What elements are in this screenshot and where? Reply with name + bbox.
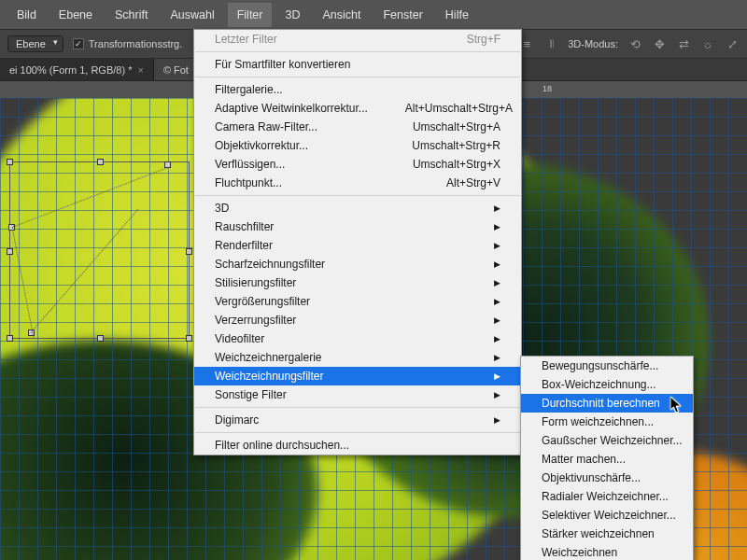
- submenu-item[interactable]: Matter machen...: [521, 450, 693, 469]
- filter-menu[interactable]: Letzter FilterStrg+FFür Smartfilter konv…: [193, 29, 522, 455]
- menu-item-label: Objektivkorrektur...: [215, 139, 308, 152]
- scale-icon[interactable]: ⤢: [725, 36, 740, 51]
- menubar-item-fenster[interactable]: Fenster: [374, 3, 431, 27]
- submenu-item-label: Durchschnitt berechnen: [542, 397, 660, 410]
- menu-item-label: Stilisierungsfilter: [215, 276, 296, 289]
- menu-item[interactable]: Sonstige Filter▶: [194, 385, 521, 404]
- submenu-item-label: Matter machen...: [542, 453, 626, 466]
- submenu-item[interactable]: Form weichzeichnen...: [521, 413, 693, 431]
- chevron-right-icon: ▶: [466, 278, 500, 287]
- submenu-item-label: Radialer Weichzeichner...: [542, 490, 669, 503]
- menubar-item-ansicht[interactable]: Ansicht: [313, 3, 370, 27]
- chevron-right-icon: ▶: [466, 222, 500, 231]
- menubar-item-filter[interactable]: Filter: [228, 3, 273, 27]
- chevron-right-icon: ▶: [466, 390, 500, 399]
- submenu-item-label: Stärker weichzeichnen: [542, 527, 655, 540]
- menu-item-label: Weichzeichnungsfilter: [215, 370, 324, 383]
- submenu-item[interactable]: Weichzeichnen: [521, 543, 693, 560]
- menu-item[interactable]: Weichzeichnergalerie▶: [194, 348, 521, 367]
- transform-label: Transformationsstrg.: [89, 38, 182, 49]
- orbit-icon[interactable]: ⟲: [627, 36, 642, 51]
- menubar: BildEbeneSchriftAuswahlFilter3DAnsichtFe…: [0, 0, 747, 29]
- pan-icon[interactable]: ✥: [652, 36, 667, 51]
- transform-controls-checkbox[interactable]: ✓: [73, 38, 84, 49]
- menu-item-label: Rauschfilter: [215, 220, 274, 233]
- menu-item[interactable]: Renderfilter▶: [194, 236, 521, 255]
- menu-item[interactable]: Filtergalerie...: [194, 80, 521, 99]
- layer-target-dropdown[interactable]: Ebene: [7, 35, 63, 52]
- menu-item[interactable]: Objektivkorrektur...Umschalt+Strg+R: [194, 136, 521, 155]
- menu-item-label: Für Smartfilter konvertieren: [215, 58, 350, 71]
- menu-item[interactable]: Verflüssigen...Umschalt+Strg+X: [194, 155, 521, 174]
- menu-separator: [195, 407, 520, 408]
- menu-item[interactable]: Fluchtpunkt...Alt+Strg+V: [194, 174, 521, 192]
- menu-shortcut: Alt+Umschalt+Strg+A: [405, 102, 513, 115]
- menu-item[interactable]: Camera Raw-Filter...Umschalt+Strg+A: [194, 118, 521, 136]
- gear-icon[interactable]: ☼: [700, 36, 715, 51]
- menu-item-label: Camera Raw-Filter...: [215, 120, 317, 133]
- submenu-item-label: Selektiver Weichzeichner...: [542, 509, 676, 522]
- menu-shortcut: Umschalt+Strg+X: [413, 158, 500, 171]
- ruler-mark: 18: [543, 84, 552, 93]
- menu-shortcut: Alt+Strg+V: [446, 176, 500, 189]
- menu-item[interactable]: 3D▶: [194, 199, 521, 217]
- chevron-right-icon: ▶: [466, 297, 500, 306]
- menubar-item-hilfe[interactable]: Hilfe: [436, 3, 478, 27]
- menu-item-label: Filter online durchsuchen...: [215, 439, 349, 452]
- chevron-right-icon: ▶: [466, 241, 500, 250]
- menu-separator: [195, 432, 520, 433]
- chevron-right-icon: ▶: [466, 203, 500, 213]
- menu-item-label: Renderfilter: [215, 239, 273, 252]
- weichzeichnungsfilter-submenu[interactable]: Bewegungsunschärfe...Box-Weichzeichnung.…: [520, 356, 694, 560]
- menu-separator: [195, 51, 520, 52]
- submenu-item[interactable]: Stärker weichzeichnen: [521, 525, 693, 543]
- menu-item-label: Videofilter: [215, 332, 264, 345]
- mouse-cursor: [670, 397, 684, 413]
- menubar-item-ebene[interactable]: Ebene: [49, 3, 102, 27]
- menu-item: Letzter FilterStrg+F: [194, 30, 521, 49]
- menu-item[interactable]: Videofilter▶: [194, 329, 521, 348]
- menu-shortcut: Umschalt+Strg+A: [413, 120, 500, 133]
- columns-icon[interactable]: ⦀: [543, 36, 558, 51]
- close-icon[interactable]: ×: [137, 64, 143, 76]
- menu-item[interactable]: Rauschfilter▶: [194, 217, 521, 236]
- menubar-item-schrift[interactable]: Schrift: [106, 3, 157, 27]
- submenu-item[interactable]: Selektiver Weichzeichner...: [521, 506, 693, 525]
- menu-item-label: Sonstige Filter: [215, 388, 287, 401]
- menu-item[interactable]: Filter online durchsuchen...: [194, 436, 521, 455]
- menu-item[interactable]: Stilisierungsfilter▶: [194, 273, 521, 292]
- menu-item-label: Scharfzeichnungsfilter: [215, 258, 325, 271]
- tab-label: ei 100% (Form 1, RGB/8) *: [9, 64, 132, 76]
- menu-item[interactable]: Adaptive Weitwinkelkorrektur...Alt+Umsch…: [194, 99, 521, 118]
- menubar-item-3d[interactable]: 3D: [275, 3, 309, 27]
- chevron-right-icon: ▶: [466, 353, 500, 362]
- chevron-right-icon: ▶: [466, 334, 500, 343]
- menu-item-label: Verzerrungsfilter: [215, 314, 296, 327]
- menu-item[interactable]: Vergrößerungsfilter▶: [194, 292, 521, 311]
- slide-icon[interactable]: ⇄: [676, 36, 691, 51]
- menubar-item-auswahl[interactable]: Auswahl: [161, 3, 223, 27]
- menu-item-label: Filtergalerie...: [215, 83, 283, 96]
- submenu-item[interactable]: Radialer Weichzeichner...: [521, 487, 693, 506]
- menu-item[interactable]: Weichzeichnungsfilter▶: [194, 367, 521, 385]
- menu-shortcut: Strg+F: [467, 33, 500, 46]
- submenu-item[interactable]: Objektivunschärfe...: [521, 469, 693, 487]
- submenu-item-label: Form weichzeichnen...: [542, 415, 654, 428]
- menu-item-label: Vergrößerungsfilter: [215, 295, 310, 308]
- menu-item[interactable]: Digimarc▶: [194, 411, 521, 429]
- transform-bounding-box[interactable]: [9, 161, 190, 339]
- menubar-item-bild[interactable]: Bild: [7, 3, 46, 27]
- submenu-item[interactable]: Box-Weichzeichnung...: [521, 375, 693, 394]
- document-tab[interactable]: ei 100% (Form 1, RGB/8) *×: [0, 59, 154, 80]
- submenu-item[interactable]: Gaußscher Weichzeichner...: [521, 431, 693, 450]
- chevron-right-icon: ▶: [466, 259, 500, 269]
- submenu-item[interactable]: Bewegungsunschärfe...: [521, 357, 693, 375]
- menu-item[interactable]: Verzerrungsfilter▶: [194, 311, 521, 329]
- menu-item-label: Letzter Filter: [215, 33, 277, 46]
- menu-item-label: Verflüssigen...: [215, 158, 285, 171]
- menu-item[interactable]: Für Smartfilter konvertieren: [194, 55, 521, 74]
- submenu-item-label: Bewegungsunschärfe...: [542, 359, 658, 372]
- menu-item[interactable]: Scharfzeichnungsfilter▶: [194, 255, 521, 273]
- submenu-item[interactable]: Durchschnitt berechnen: [521, 394, 693, 413]
- menu-item-label: Weichzeichnergalerie: [215, 351, 322, 364]
